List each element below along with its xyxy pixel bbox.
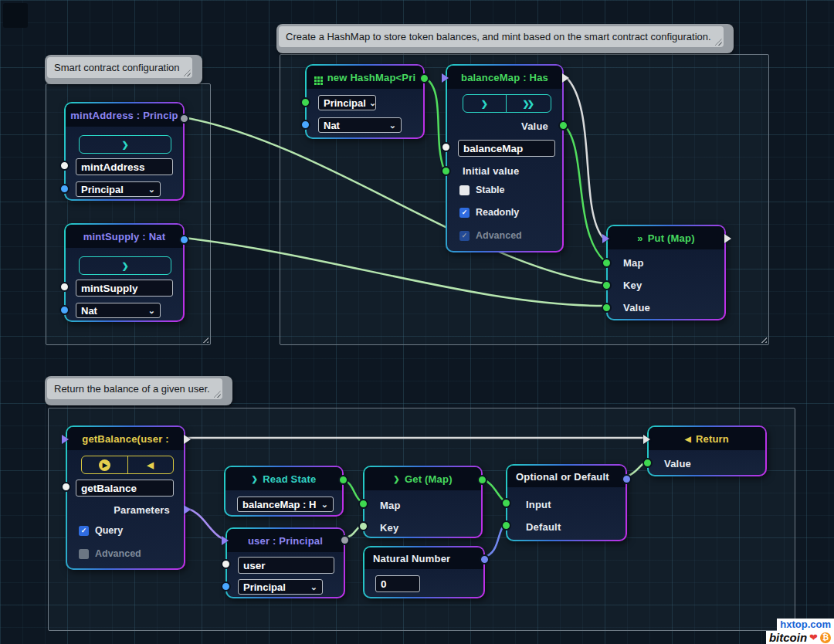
wire-hashmap-to-initial-value[interactable] bbox=[424, 77, 444, 169]
stable-checkbox[interactable]: Stable bbox=[459, 185, 505, 195]
checkbox-box[interactable]: ✓ bbox=[79, 526, 89, 536]
port-type-input[interactable] bbox=[221, 581, 231, 591]
node-title: Optional or Default bbox=[507, 466, 626, 487]
comment-resize-handle[interactable] bbox=[214, 391, 221, 398]
type-select-value: Principal bbox=[243, 581, 286, 593]
checkbox-label: Query bbox=[95, 525, 123, 536]
port-type-input[interactable] bbox=[59, 184, 70, 194]
variable-name-input[interactable] bbox=[458, 140, 555, 157]
port-input[interactable] bbox=[501, 498, 511, 508]
step-buttons[interactable]: ❯ ❯❯ bbox=[463, 94, 551, 113]
node-title: Return bbox=[696, 433, 729, 445]
map-input-label: Map bbox=[380, 500, 401, 511]
node-balance-map[interactable]: balanceMap : Has ❯ ❯❯ Value Initial valu… bbox=[446, 64, 564, 253]
port-key-input[interactable] bbox=[358, 521, 368, 531]
expand-button[interactable]: ❯ bbox=[79, 135, 171, 154]
comment-hashmap-note[interactable]: Create a HashMap to store token balances… bbox=[276, 24, 734, 53]
port-result-output[interactable] bbox=[622, 474, 632, 484]
port-name-input[interactable] bbox=[59, 282, 70, 292]
node-put-map[interactable]: » Put (Map) Map Key Value bbox=[606, 225, 726, 320]
port-exec-out[interactable] bbox=[724, 234, 731, 243]
comment-return-note[interactable]: Return the balance of a given user. bbox=[45, 376, 232, 405]
state-select[interactable]: balanceMap : H ⌄ bbox=[237, 497, 334, 512]
param-name-input[interactable] bbox=[238, 557, 334, 574]
chevron-down-icon: ⌄ bbox=[369, 98, 376, 108]
comment-resize-handle[interactable] bbox=[715, 39, 722, 46]
port-number-output[interactable] bbox=[480, 554, 490, 564]
watermark-brand: bitcoin bbox=[769, 631, 807, 644]
port-value-input[interactable] bbox=[642, 458, 653, 468]
port-state-output[interactable] bbox=[338, 475, 348, 485]
type-select[interactable]: Principal ⌄ bbox=[76, 181, 161, 197]
checkbox-label: Readonly bbox=[476, 207, 519, 218]
port-name-input[interactable] bbox=[61, 482, 71, 492]
wire-parameters-to-user[interactable] bbox=[187, 508, 222, 538]
node-mint-address[interactable]: mintAddress : Princip ❯ Principal ⌄ bbox=[64, 102, 185, 201]
type-select[interactable]: Nat ⌄ bbox=[76, 303, 161, 318]
port-exec-in[interactable] bbox=[602, 234, 609, 243]
type-select[interactable]: Principal ⌄ bbox=[238, 579, 323, 595]
port-key-input[interactable] bbox=[602, 280, 612, 290]
port-value-input[interactable] bbox=[602, 303, 612, 313]
node-user-param[interactable]: user : Principal Principal ⌄ bbox=[225, 527, 345, 598]
readonly-checkbox[interactable]: ✓ Readonly bbox=[459, 207, 519, 218]
variable-name-input[interactable] bbox=[76, 280, 173, 297]
query-checkbox[interactable]: ✓ Query bbox=[79, 525, 123, 536]
port-map-input[interactable] bbox=[602, 258, 612, 268]
port-result-output[interactable] bbox=[477, 475, 487, 485]
port-default-input[interactable] bbox=[501, 520, 511, 530]
checkbox-box[interactable] bbox=[459, 185, 470, 195]
port-user-output[interactable] bbox=[340, 535, 350, 545]
node-title: user : Principal bbox=[227, 529, 344, 552]
wire-natural-to-optional-default[interactable] bbox=[483, 524, 504, 558]
advanced-checkbox[interactable]: Advanced bbox=[79, 548, 141, 559]
node-optional-or-default[interactable]: Optional or Default Input Default bbox=[506, 464, 627, 541]
checkbox-box[interactable]: ✓ bbox=[459, 208, 470, 218]
port-name-input[interactable] bbox=[59, 161, 70, 171]
wire-balancemap-value-to-put-map[interactable] bbox=[563, 124, 605, 261]
node-natural-number[interactable]: Natural Number bbox=[363, 546, 485, 598]
value-output-label: Value bbox=[521, 120, 548, 132]
run-buttons[interactable]: ▶ ◀ bbox=[81, 456, 174, 474]
port-key-type-input[interactable] bbox=[300, 97, 310, 107]
value-input-label: Value bbox=[623, 302, 650, 314]
port-name-input[interactable] bbox=[221, 559, 231, 569]
expand-button[interactable]: ❯ bbox=[79, 256, 171, 275]
map-input-label: Map bbox=[623, 257, 644, 269]
port-map-input[interactable] bbox=[358, 499, 368, 509]
port-initial-value-input[interactable] bbox=[441, 166, 451, 176]
checkbox-box[interactable] bbox=[79, 549, 89, 559]
port-exec-in[interactable] bbox=[222, 536, 229, 545]
node-title: Put (Map) bbox=[648, 232, 695, 244]
port-output-mintsupply[interactable] bbox=[179, 235, 189, 245]
port-type-input[interactable] bbox=[59, 305, 70, 315]
port-value-type-input[interactable] bbox=[300, 120, 310, 130]
node-read-state[interactable]: ❯ Read State balanceMap : H ⌄ bbox=[224, 466, 344, 517]
number-input[interactable] bbox=[375, 575, 420, 592]
function-name-input[interactable] bbox=[76, 480, 174, 497]
node-get-balance[interactable]: getBalance(user : ▶ ◀ Parameters ✓ Query… bbox=[66, 425, 185, 570]
port-exec-in[interactable] bbox=[442, 73, 449, 83]
node-get-map[interactable]: ❯ Get (Map) Map Key bbox=[363, 466, 483, 538]
value-type-select[interactable]: Nat ⌄ bbox=[318, 117, 402, 133]
node-title: Natural Number bbox=[364, 547, 483, 569]
key-type-select[interactable]: Principal ⌄ bbox=[318, 95, 376, 110]
advanced-checkbox[interactable]: ✓ Advanced bbox=[459, 230, 522, 241]
port-exec-out[interactable] bbox=[562, 73, 569, 83]
node-mint-supply[interactable]: mintSupply : Nat ❯ Nat ⌄ bbox=[64, 223, 185, 322]
port-exec-in[interactable] bbox=[62, 435, 69, 444]
port-exec-in[interactable] bbox=[643, 435, 650, 444]
node-new-hashmap[interactable]: new HashMap<Pri Principal ⌄ Nat ⌄ bbox=[305, 64, 425, 139]
port-parameters-out[interactable] bbox=[184, 505, 191, 514]
checkbox-box[interactable]: ✓ bbox=[459, 231, 470, 241]
port-exec-out[interactable] bbox=[184, 435, 191, 444]
heart-icon: ❤ bbox=[809, 631, 818, 644]
comment-config-note[interactable]: Smart contract configuration bbox=[45, 55, 202, 84]
comment-resize-handle[interactable] bbox=[184, 69, 191, 76]
port-output-mintaddress[interactable] bbox=[179, 114, 189, 124]
port-value-output[interactable] bbox=[558, 120, 568, 130]
port-hashmap-output[interactable] bbox=[419, 73, 429, 83]
node-return[interactable]: ◀ Return Value bbox=[647, 425, 767, 476]
variable-name-input[interactable] bbox=[76, 158, 173, 175]
port-name-input[interactable] bbox=[441, 142, 451, 152]
